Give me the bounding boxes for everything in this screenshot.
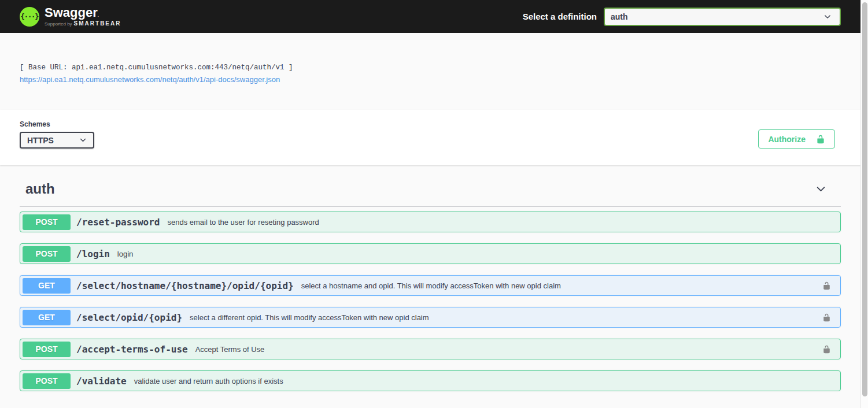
authorize-button[interactable]: Authorize	[758, 129, 835, 149]
swagger-ui-page: {···} Swagger. Supported bySMARTBEAR Sel…	[0, 0, 860, 391]
operation-row[interactable]: POST /accept-terms-of-use Accept Terms o…	[20, 339, 841, 359]
definition-select[interactable]: auth	[604, 8, 841, 26]
chevron-down-icon	[815, 183, 827, 195]
endpoint-path: /select/hostname/{hostname}/opid/{opid}	[76, 280, 294, 291]
swagger-json-link[interactable]: https://api.ea1.netq.cumulusnetworks.com…	[20, 75, 280, 84]
logo-trademark: .	[98, 13, 99, 18]
auth-wrapper: Authorize	[758, 120, 835, 149]
schemes-select-value: HTTPS	[27, 136, 54, 145]
tag-section-header[interactable]: auth	[20, 179, 841, 207]
unlocked-padlock-icon	[822, 344, 831, 355]
select-definition-label: Select a definition	[523, 12, 597, 21]
logo-title: Swagger.	[45, 6, 121, 19]
endpoint-path: /login	[76, 248, 110, 259]
topbar: {···} Swagger. Supported bySMARTBEAR Sel…	[0, 0, 860, 33]
unlocked-padlock-icon	[822, 280, 831, 291]
method-badge: POST	[23, 342, 71, 357]
operation-row[interactable]: POST /validate validate user and return …	[20, 370, 841, 391]
authorize-label: Authorize	[768, 135, 806, 144]
operation-row[interactable]: GET /select/opid/{opid} select a differe…	[20, 307, 841, 328]
auth-lock-button[interactable]	[822, 280, 831, 291]
endpoint-description: select a different opid. This will modif…	[190, 313, 429, 322]
endpoint-description: login	[117, 250, 133, 258]
endpoint-path: /select/opid/{opid}	[76, 312, 182, 323]
collapse-section-button[interactable]	[815, 183, 827, 195]
operation-row[interactable]: POST /login login	[20, 243, 841, 264]
tag-title: auth	[25, 179, 55, 199]
definition-selector-group: Select a definition auth	[523, 8, 841, 26]
definition-select-value: auth	[611, 12, 628, 21]
endpoint-path: /accept-terms-of-use	[76, 344, 188, 355]
swagger-logo-icon: {···}	[20, 7, 39, 27]
auth-lock-button[interactable]	[822, 344, 831, 355]
endpoint-description: sends email to the user for reseting pas…	[168, 218, 319, 227]
operations-section: auth POST /reset-password sends email to…	[0, 165, 860, 391]
method-badge: POST	[23, 246, 71, 262]
scrollbar-thumb[interactable]	[862, 2, 867, 396]
method-badge: POST	[23, 373, 71, 389]
method-badge: GET	[23, 278, 71, 294]
scheme-container: Schemes HTTPS Authorize	[0, 110, 860, 165]
endpoint-description: Accept Terms of Use	[195, 345, 265, 354]
operation-row[interactable]: GET /select/hostname/{hostname}/opid/{op…	[20, 275, 841, 296]
schemes-label: Schemes	[20, 120, 94, 128]
endpoint-path: /reset-password	[76, 217, 160, 228]
base-url-text: [ Base URL: api.ea1.netq.cumulusnetworks…	[20, 64, 841, 72]
chevron-down-icon	[823, 13, 832, 21]
chevron-down-icon	[79, 136, 87, 144]
unlocked-padlock-icon	[822, 312, 831, 323]
info-section: [ Base URL: api.ea1.netq.cumulusnetworks…	[0, 33, 860, 110]
endpoint-description: select a hostname and opid. This will mo…	[301, 281, 561, 290]
swagger-logo[interactable]: {···} Swagger. Supported bySMARTBEAR	[20, 6, 121, 27]
scrollbar[interactable]	[860, 0, 868, 408]
operation-list: POST /reset-password sends email to the …	[20, 207, 841, 391]
method-badge: GET	[23, 310, 71, 325]
logo-tagline: Supported bySMARTBEAR	[45, 21, 121, 27]
operation-row[interactable]: POST /reset-password sends email to the …	[20, 212, 841, 232]
schemes-select[interactable]: HTTPS	[20, 132, 94, 149]
endpoint-path: /validate	[76, 376, 127, 387]
endpoint-description: validate user and return auth options if…	[134, 377, 283, 385]
method-badge: POST	[23, 214, 71, 230]
auth-lock-button[interactable]	[822, 312, 831, 323]
schemes-group: Schemes HTTPS	[20, 120, 94, 149]
unlocked-padlock-icon	[816, 135, 825, 144]
